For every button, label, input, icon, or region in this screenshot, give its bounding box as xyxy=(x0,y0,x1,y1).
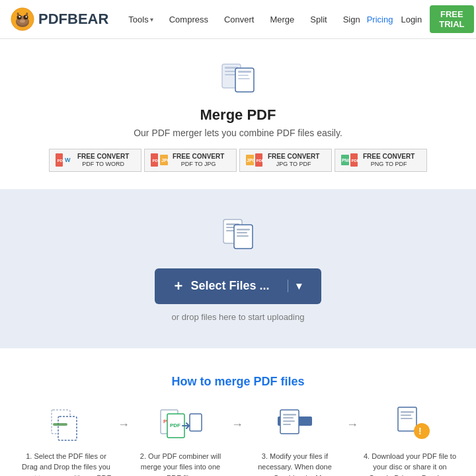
ad-banners: PDF W FREE CONVERT PDF TO WORD PDF JPG F… xyxy=(13,149,463,172)
how-to-section: How to merge PDF files 1. Select the PDF… xyxy=(0,362,476,476)
nav-sign[interactable]: Sign xyxy=(337,11,367,28)
drop-hint: or drop files here to start uploading xyxy=(13,312,463,322)
dropdown-arrow-icon: ▾ xyxy=(288,280,301,292)
svg-rect-38 xyxy=(237,229,250,231)
svg-rect-52 xyxy=(283,417,294,418)
step-4: ! 4. Download your PDF file to your disc… xyxy=(364,405,456,476)
select-files-label: Select Files ... xyxy=(190,279,269,293)
step-1-text: 1. Select the PDF files or Drag and Drop… xyxy=(20,451,112,476)
svg-text:PDF: PDF xyxy=(170,422,180,428)
logo-icon xyxy=(11,7,34,31)
svg-rect-39 xyxy=(237,232,247,233)
pdf-to-word-icon: PDF W xyxy=(55,153,73,167)
ad-banner-pdf-to-jpg[interactable]: PDF JPG FREE CONVERT PDF TO JPG xyxy=(144,149,237,172)
logo-text: PDFBEAR xyxy=(38,11,108,28)
svg-rect-12 xyxy=(225,71,235,72)
svg-rect-17 xyxy=(238,78,250,79)
free-trial-button[interactable]: FREE TRIAL xyxy=(430,5,473,33)
svg-text:PDF: PDF xyxy=(352,159,360,163)
step-2-text: 2. Our PDF combiner will merge your file… xyxy=(135,451,226,476)
svg-rect-42 xyxy=(58,416,77,440)
how-to-title: How to merge PDF files xyxy=(20,375,456,389)
svg-rect-16 xyxy=(238,75,249,76)
svg-text:PDF: PDF xyxy=(153,159,161,163)
svg-rect-56 xyxy=(401,411,414,413)
nav-tools[interactable]: Tools ▾ xyxy=(122,11,159,28)
step-2-icon: PDF PDF xyxy=(154,405,207,444)
nav-merge[interactable]: Merge xyxy=(263,11,301,28)
svg-rect-57 xyxy=(401,415,411,416)
pdf-to-jpg-icon: PDF JPG xyxy=(150,153,169,167)
ad-banner-pdf-to-word[interactable]: PDF W FREE CONVERT PDF TO WORD xyxy=(49,149,141,172)
select-files-button[interactable]: + Select Files ... ▾ xyxy=(155,268,322,304)
drop-zone-icon xyxy=(218,216,258,255)
steps-container: 1. Select the PDF files or Drag and Drop… xyxy=(20,405,456,476)
main-nav: Tools ▾ Compress Convert Merge Split Sig… xyxy=(122,11,366,28)
logo[interactable]: PDFBEAR xyxy=(11,7,108,31)
step-3: 3. Modify your files if necessary. When … xyxy=(249,405,341,476)
svg-point-59 xyxy=(414,423,430,439)
svg-rect-54 xyxy=(283,424,291,425)
header: PDFBEAR Tools ▾ Compress Convert Merge S… xyxy=(0,0,476,39)
tools-chevron-icon: ▾ xyxy=(150,16,153,23)
step-arrow-2: → xyxy=(226,418,249,432)
hero-section: Merge PDF Our PDF merger lets you combin… xyxy=(0,39,476,189)
step-arrow-1: → xyxy=(112,418,135,432)
nav-compress[interactable]: Compress xyxy=(163,11,215,28)
svg-text:!: ! xyxy=(418,426,422,436)
svg-text:PDF: PDF xyxy=(58,159,65,163)
pricing-link[interactable]: Pricing xyxy=(367,15,393,24)
drop-zone: + Select Files ... ▾ or drop files here … xyxy=(0,189,476,348)
ad-banner-png-to-pdf[interactable]: PNG PDF FREE CONVERT PNG TO PDF xyxy=(335,149,427,172)
svg-point-7 xyxy=(20,20,25,23)
header-right: Pricing Login FREE TRIAL xyxy=(367,5,474,33)
step-3-icon xyxy=(268,405,321,444)
svg-text:W: W xyxy=(65,157,71,163)
hero-icon xyxy=(218,59,258,99)
step-2: PDF PDF 2. Our PDF combiner will merge y… xyxy=(135,405,226,476)
step-4-icon: ! xyxy=(383,405,436,444)
svg-rect-58 xyxy=(401,418,413,419)
hero-title: Merge PDF xyxy=(13,106,463,124)
svg-rect-51 xyxy=(283,414,296,416)
svg-text:JPG: JPG xyxy=(161,158,169,163)
svg-rect-15 xyxy=(238,71,251,73)
jpg-to-pdf-icon: JPG PDF xyxy=(245,153,264,167)
svg-text:JPG: JPG xyxy=(247,158,257,163)
svg-rect-53 xyxy=(283,420,295,422)
ad-banner-jpg-to-pdf[interactable]: JPG PDF FREE CONVERT JPG TO PDF xyxy=(239,149,332,172)
svg-rect-43 xyxy=(53,423,67,426)
svg-text:PNG: PNG xyxy=(342,158,351,163)
nav-split[interactable]: Split xyxy=(303,11,333,28)
plus-icon: + xyxy=(175,278,183,295)
step-arrow-3: → xyxy=(341,418,364,432)
login-link[interactable]: Login xyxy=(401,15,422,24)
svg-rect-40 xyxy=(237,235,249,237)
png-to-pdf-icon: PNG PDF xyxy=(340,153,359,167)
nav-convert[interactable]: Convert xyxy=(218,11,261,28)
step-1: 1. Select the PDF files or Drag and Drop… xyxy=(20,405,112,476)
svg-text:PDF: PDF xyxy=(257,159,264,163)
svg-rect-48 xyxy=(190,414,202,431)
step-4-text: 4. Download your PDF file to your disc o… xyxy=(364,451,456,476)
step-1-icon xyxy=(40,405,93,444)
hero-subtitle: Our PDF merger lets you combine PDF file… xyxy=(13,128,463,138)
step-3-text: 3. Modify your files if necessary. When … xyxy=(249,451,341,476)
